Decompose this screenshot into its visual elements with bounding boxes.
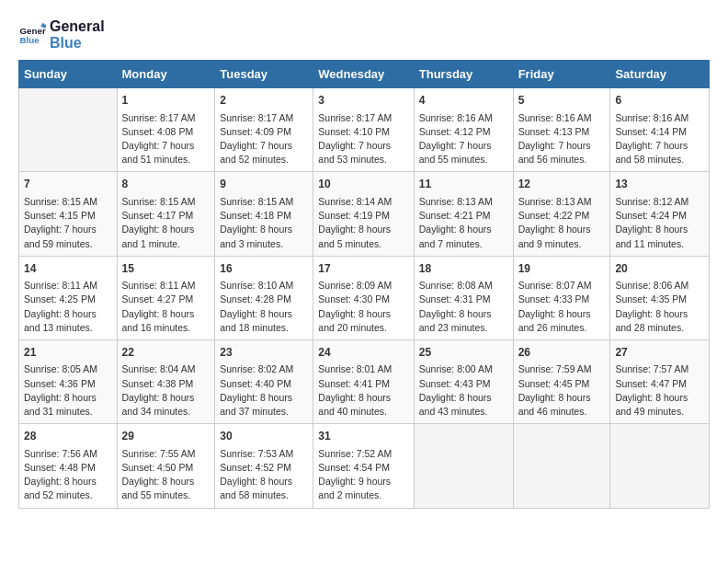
sunrise-text: Sunrise: 7:59 AM: [518, 363, 592, 374]
day-cell: 11Sunrise: 8:13 AMSunset: 4:21 PMDayligh…: [414, 172, 513, 256]
daylight-text: Daylight: 8 hours and 55 minutes.: [122, 476, 195, 500]
day-cell: 29Sunrise: 7:55 AMSunset: 4:50 PMDayligh…: [117, 424, 215, 508]
day-number: 15: [122, 261, 210, 277]
daylight-text: Daylight: 8 hours and 7 minutes.: [419, 224, 492, 248]
day-number: 9: [220, 177, 308, 192]
sunset-text: Sunset: 4:43 PM: [419, 378, 491, 389]
sunrise-text: Sunrise: 8:11 AM: [24, 280, 97, 291]
header-cell-wednesday: Wednesday: [313, 61, 414, 88]
sunrise-text: Sunrise: 8:10 AM: [220, 280, 293, 291]
sunset-text: Sunset: 4:35 PM: [615, 293, 687, 304]
sunset-text: Sunset: 4:12 PM: [419, 126, 491, 137]
day-number: 14: [24, 261, 112, 277]
day-number: 26: [518, 345, 606, 361]
daylight-text: Daylight: 8 hours and 18 minutes.: [220, 308, 292, 333]
logo-icon: General Blue: [18, 21, 46, 49]
day-number: 20: [615, 261, 704, 277]
sunset-text: Sunset: 4:31 PM: [419, 293, 491, 304]
sunrise-text: Sunrise: 8:04 AM: [122, 363, 196, 374]
sunset-text: Sunset: 4:52 PM: [220, 462, 291, 473]
day-cell: 13Sunrise: 8:12 AMSunset: 4:24 PMDayligh…: [610, 172, 710, 256]
sunset-text: Sunset: 4:24 PM: [615, 210, 687, 221]
sunset-text: Sunset: 4:54 PM: [318, 462, 390, 473]
sunset-text: Sunset: 4:10 PM: [318, 126, 390, 137]
day-number: 17: [318, 261, 408, 277]
day-number: 4: [419, 93, 508, 109]
day-cell: [610, 424, 710, 508]
daylight-text: Daylight: 8 hours and 46 minutes.: [518, 392, 591, 417]
daylight-text: Daylight: 8 hours and 52 minutes.: [24, 476, 97, 500]
sunrise-text: Sunrise: 8:16 AM: [615, 112, 688, 123]
day-cell: 15Sunrise: 8:11 AMSunset: 4:27 PMDayligh…: [117, 256, 215, 339]
sunrise-text: Sunrise: 8:15 AM: [24, 196, 97, 207]
sunrise-text: Sunrise: 8:11 AM: [122, 280, 196, 291]
header-cell-tuesday: Tuesday: [215, 61, 313, 88]
day-cell: 7Sunrise: 8:15 AMSunset: 4:15 PMDaylight…: [19, 172, 118, 256]
week-row-2: 14Sunrise: 8:11 AMSunset: 4:25 PMDayligh…: [19, 256, 710, 339]
day-number: 24: [318, 345, 408, 361]
week-row-3: 21Sunrise: 8:05 AMSunset: 4:36 PMDayligh…: [19, 339, 710, 423]
sunrise-text: Sunrise: 8:07 AM: [518, 280, 592, 291]
sunrise-text: Sunrise: 8:12 AM: [615, 196, 688, 207]
day-cell: 12Sunrise: 8:13 AMSunset: 4:22 PMDayligh…: [513, 172, 610, 256]
sunset-text: Sunset: 4:21 PM: [419, 210, 491, 221]
sunrise-text: Sunrise: 8:06 AM: [615, 280, 688, 291]
daylight-text: Daylight: 8 hours and 31 minutes.: [24, 392, 97, 417]
day-number: 31: [318, 429, 408, 444]
daylight-text: Daylight: 8 hours and 9 minutes.: [518, 224, 591, 248]
day-cell: 28Sunrise: 7:56 AMSunset: 4:48 PMDayligh…: [19, 424, 118, 508]
logo-text-blue: Blue: [50, 35, 105, 52]
sunrise-text: Sunrise: 7:55 AM: [122, 448, 196, 459]
header-cell-friday: Friday: [513, 61, 610, 88]
day-number: 29: [122, 429, 210, 444]
sunrise-text: Sunrise: 7:53 AM: [220, 448, 293, 459]
day-number: 3: [318, 93, 408, 109]
svg-text:Blue: Blue: [20, 35, 40, 45]
calendar-table: SundayMondayTuesdayWednesdayThursdayFrid…: [18, 60, 710, 508]
svg-text:General: General: [20, 25, 47, 35]
daylight-text: Daylight: 8 hours and 49 minutes.: [615, 392, 688, 417]
day-number: 5: [518, 93, 606, 109]
day-cell: 20Sunrise: 8:06 AMSunset: 4:35 PMDayligh…: [610, 256, 710, 339]
sunset-text: Sunset: 4:09 PM: [220, 126, 291, 137]
sunrise-text: Sunrise: 8:16 AM: [419, 112, 493, 123]
daylight-text: Daylight: 7 hours and 51 minutes.: [122, 140, 195, 165]
sunrise-text: Sunrise: 8:13 AM: [518, 196, 592, 207]
sunset-text: Sunset: 4:15 PM: [24, 210, 96, 221]
sunset-text: Sunset: 4:27 PM: [122, 293, 194, 304]
week-row-0: 1Sunrise: 8:17 AMSunset: 4:08 PMDaylight…: [19, 88, 710, 172]
daylight-text: Daylight: 8 hours and 34 minutes.: [122, 392, 195, 417]
daylight-text: Daylight: 8 hours and 3 minutes.: [220, 224, 292, 248]
header-cell-monday: Monday: [117, 61, 215, 88]
day-number: 22: [122, 345, 210, 361]
day-number: 18: [419, 261, 508, 277]
sunrise-text: Sunrise: 8:17 AM: [122, 112, 196, 123]
daylight-text: Daylight: 7 hours and 56 minutes.: [518, 140, 591, 165]
sunrise-text: Sunrise: 8:05 AM: [24, 363, 97, 374]
daylight-text: Daylight: 7 hours and 55 minutes.: [419, 140, 492, 165]
day-cell: 23Sunrise: 8:02 AMSunset: 4:40 PMDayligh…: [215, 339, 313, 423]
daylight-text: Daylight: 8 hours and 20 minutes.: [318, 308, 391, 333]
day-number: 2: [220, 93, 308, 109]
day-cell: 8Sunrise: 8:15 AMSunset: 4:17 PMDaylight…: [117, 172, 215, 256]
sunset-text: Sunset: 4:08 PM: [122, 126, 194, 137]
day-cell: 17Sunrise: 8:09 AMSunset: 4:30 PMDayligh…: [313, 256, 414, 339]
day-cell: 9Sunrise: 8:15 AMSunset: 4:18 PMDaylight…: [215, 172, 313, 256]
sunrise-text: Sunrise: 8:09 AM: [318, 280, 392, 291]
sunset-text: Sunset: 4:48 PM: [24, 462, 96, 473]
day-number: 8: [122, 177, 210, 192]
daylight-text: Daylight: 8 hours and 26 minutes.: [518, 308, 591, 333]
day-number: 11: [419, 177, 508, 192]
sunset-text: Sunset: 4:28 PM: [220, 293, 291, 304]
daylight-text: Daylight: 7 hours and 53 minutes.: [318, 140, 391, 165]
logo-text-general: General: [50, 18, 105, 35]
sunrise-text: Sunrise: 8:00 AM: [419, 363, 493, 374]
day-cell: 21Sunrise: 8:05 AMSunset: 4:36 PMDayligh…: [19, 339, 118, 423]
sunrise-text: Sunrise: 8:01 AM: [318, 363, 392, 374]
day-number: 7: [24, 177, 112, 192]
day-number: 1: [122, 93, 210, 109]
day-cell: 3Sunrise: 8:17 AMSunset: 4:10 PMDaylight…: [313, 88, 414, 172]
daylight-text: Daylight: 8 hours and 11 minutes.: [615, 224, 688, 248]
day-cell: [414, 424, 513, 508]
week-row-1: 7Sunrise: 8:15 AMSunset: 4:15 PMDaylight…: [19, 172, 710, 256]
